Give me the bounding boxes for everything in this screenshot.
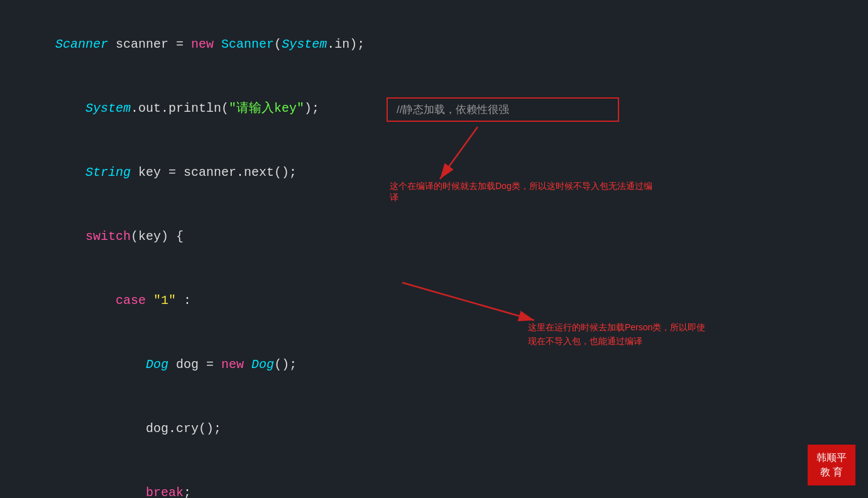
code-line-7: dog.cry(); <box>25 397 843 461</box>
code-line-8: break; <box>25 461 843 498</box>
annotation-box-static: //静态加载，依赖性很强 <box>387 97 619 122</box>
code-line-5: case "1" : <box>25 269 843 333</box>
code-editor: Scanner scanner = new Scanner(System.in)… <box>0 0 868 498</box>
annotation-label-dynamic: 这里在运行的时候去加载Person类，所以即使现在不导入包，也能通过编译 <box>528 320 705 349</box>
annotation-label-static: 这个在编译的时候就去加载Dog类，所以这时候不导入包无法通过编译 <box>390 181 654 203</box>
code-line-1: Scanner scanner = new Scanner(System.in)… <box>25 13 843 77</box>
brand-badge: 韩顺平 教 育 <box>808 445 855 485</box>
code-line-6: Dog dog = new Dog(); <box>25 333 843 397</box>
code-line-4: switch(key) { <box>25 205 843 269</box>
